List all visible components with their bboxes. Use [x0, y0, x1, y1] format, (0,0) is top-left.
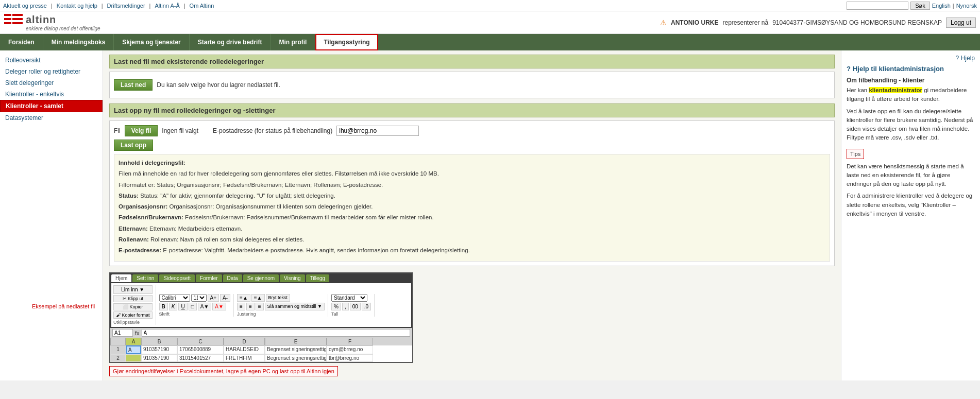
top-link-aktuelt[interactable]: Aktuelt og presse [3, 3, 47, 9]
cell-f2[interactable]: tbr@brreg.no [327, 354, 373, 362]
align-right[interactable]: ≡ [256, 303, 264, 310]
sidebar-item-datasystemer[interactable]: Datasystemer [0, 112, 103, 124]
nav-profil[interactable]: Min profil [271, 34, 315, 50]
cell-c2[interactable]: 31015401527 [177, 354, 224, 362]
align-top-left[interactable]: ≡▲ [237, 294, 250, 302]
sidebar-item-klientroller-samlet[interactable]: Klientroller - samlet [0, 100, 103, 112]
top-bar-right: Søk English | Nynorsk [847, 2, 977, 10]
align-left[interactable]: ≡ [237, 303, 245, 310]
cut-button[interactable]: ✂ Klipp ut [113, 295, 153, 302]
cell-c1[interactable]: 17065600889 [177, 345, 224, 354]
infobox-title: Innhold i delegeringsfil: [119, 160, 185, 166]
font-grow-button[interactable]: A+ [208, 294, 219, 302]
ribbon-tab-data[interactable]: Data [223, 274, 242, 282]
warning-icon: ⚠ [660, 19, 667, 27]
changes-annotation: Gjør endringer/tilføyelser i Exceldokume… [109, 366, 338, 376]
border-button[interactable]: □ [189, 303, 197, 310]
cell-reference-input[interactable] [112, 329, 133, 337]
info-box: Innhold i delegeringsfil: Filen må inneh… [114, 154, 830, 262]
file-row: Fil Velg fil Ingen fil valgt E-postadres… [114, 125, 830, 136]
ribbon-tab-sett-inn[interactable]: Sett inn [132, 274, 158, 282]
bold-button[interactable]: B [159, 303, 168, 310]
email-input[interactable] [336, 126, 419, 136]
download-button[interactable]: Last ned [114, 79, 153, 91]
cell-d2[interactable]: FRETHFIM [224, 354, 265, 362]
ribbon-tab-se-gjennom[interactable]: Se gjennom [243, 274, 279, 282]
fill-button[interactable]: A▼ [198, 303, 212, 310]
number-format-select[interactable]: Standard [331, 294, 367, 302]
sidebar-item-klientroller-enkeltvis[interactable]: Klientroller - enkeltvis [0, 89, 103, 100]
logo-text: altinn enklere dialog med det offentlige [26, 14, 100, 31]
cell-d1[interactable]: HARALDSEID [224, 345, 265, 354]
font-select[interactable]: Calibri [159, 294, 190, 302]
upload-button[interactable]: Last opp [114, 140, 153, 151]
logo[interactable]: altinn enklere dialog med det offentlige [4, 14, 100, 31]
copy-button[interactable]: ⬜ Kopier [113, 303, 153, 310]
nav-skjema[interactable]: Skjema og tjenester [114, 34, 189, 50]
decrease-decimal[interactable]: .0 [362, 303, 371, 310]
section2-box: Fil Velg fil Ingen fil valgt E-postadres… [109, 120, 835, 266]
col-header-b: B [141, 338, 177, 345]
nav-forsiden[interactable]: Forsiden [0, 34, 43, 50]
wrap-text[interactable]: Bryt tekst [266, 294, 291, 302]
infobox-line0: Filen må inneholde en rad for hver rolle… [119, 169, 825, 178]
lang-nynorsk[interactable]: Nynorsk [956, 3, 977, 9]
cell-b2[interactable]: 910357190 [141, 354, 177, 362]
sidebar-item-rolleoversikt[interactable]: Rolleoversikt [0, 55, 103, 66]
cell-b1[interactable]: 910357190 [141, 345, 177, 354]
align-center[interactable]: ≡ [246, 303, 255, 310]
search-input[interactable] [847, 2, 908, 10]
increase-decimal[interactable]: 00 [350, 303, 361, 310]
cell-f1[interactable]: oym@brreg.no [327, 345, 373, 354]
top-link-om-altinn[interactable]: Om Altinn [190, 3, 214, 9]
percent-button[interactable]: % [331, 303, 341, 310]
comma-button[interactable]: , [342, 303, 349, 310]
logo-icon [4, 14, 23, 31]
sidebar-item-deleger[interactable]: Deleger roller og rettigheter [0, 66, 103, 77]
font-size-select[interactable]: 11 [191, 294, 207, 302]
download-text: Du kan selv velge hvor du lagrer nedlast… [157, 81, 280, 89]
merge-center[interactable]: Slå sammen og midtstill ▼ [265, 303, 325, 310]
color-button[interactable]: A▼ [212, 303, 226, 310]
klientadministrator-highlight: klientadministrator [869, 87, 922, 93]
nav-tilgang[interactable]: Tilgangsstyring [315, 34, 378, 50]
align-top-center[interactable]: ≡▲ [251, 294, 265, 302]
excel-grid: A B C D E F 1 A 910357190 17065600889 [110, 338, 412, 362]
ribbon-tab-sideoppsett[interactable]: Sideoppsett [159, 274, 195, 282]
font-shrink-button[interactable]: A- [220, 294, 230, 302]
cell-a2[interactable] [126, 354, 141, 362]
cell-e2[interactable]: Begrenset signeringsrettighet [265, 354, 327, 362]
section2-title: Last opp ny fil med rolledelegeringer og… [109, 103, 835, 117]
infobox-line1: Filformatet er: Status; Organisasjonsnr;… [119, 181, 825, 189]
ribbon-tab-visning[interactable]: Visning [280, 274, 305, 282]
nav-meldingsboks[interactable]: Min meldingsboks [43, 34, 114, 50]
top-link-kontakt[interactable]: Kontakt og hjelp [57, 3, 97, 9]
search-button[interactable]: Søk [910, 2, 930, 10]
ribbon-tab-formler[interactable]: Formler [196, 274, 222, 282]
choose-file-button[interactable]: Velg fil [125, 125, 158, 136]
sidebar-item-slett[interactable]: Slett delegeringer [0, 77, 103, 89]
section2: Last opp ny fil med rolledelegeringer og… [109, 103, 835, 266]
formula-input[interactable] [142, 329, 410, 337]
top-link-driftsmeldinger[interactable]: Driftsmeldinger [107, 3, 145, 9]
italic-button[interactable]: K [169, 303, 178, 310]
col-header-d: D [224, 338, 265, 345]
top-link-altinn-aa[interactable]: Altinn A-Å [155, 3, 179, 9]
underline-button[interactable]: U [178, 303, 187, 310]
hjelp-top-link[interactable]: ? Hjelp [956, 55, 975, 62]
svg-rect-1 [12, 14, 23, 16]
svg-rect-5 [12, 22, 23, 24]
format-painter-button[interactable]: 🖌 Kopier format [113, 311, 153, 319]
ribbon-group-alignment: ≡▲ ≡▲ Bryt tekst ≡ ≡ ≡ Slå sammen og mid… [237, 294, 328, 317]
lang-english[interactable]: English [932, 3, 951, 9]
help-p1: Ved å laste opp en fil kan du delegere/s… [847, 107, 975, 143]
infobox-line3: Organisasjonsnr: Organisasjonsnr: Organi… [119, 202, 825, 211]
ribbon-tab-hjem[interactable]: Hjem [111, 274, 131, 282]
user-name: ANTONIO URKE [671, 19, 718, 26]
logout-button[interactable]: Logg ut [946, 18, 976, 28]
cell-e1[interactable]: Begrenset signeringsrettighet [265, 345, 327, 354]
cell-a1[interactable]: A [126, 345, 141, 354]
nav-starte[interactable]: Starte og drive bedrift [190, 34, 271, 50]
ribbon-tab-tillegg[interactable]: Tillegg [306, 274, 329, 282]
paste-button[interactable]: Lim inn ▼ [113, 285, 153, 294]
